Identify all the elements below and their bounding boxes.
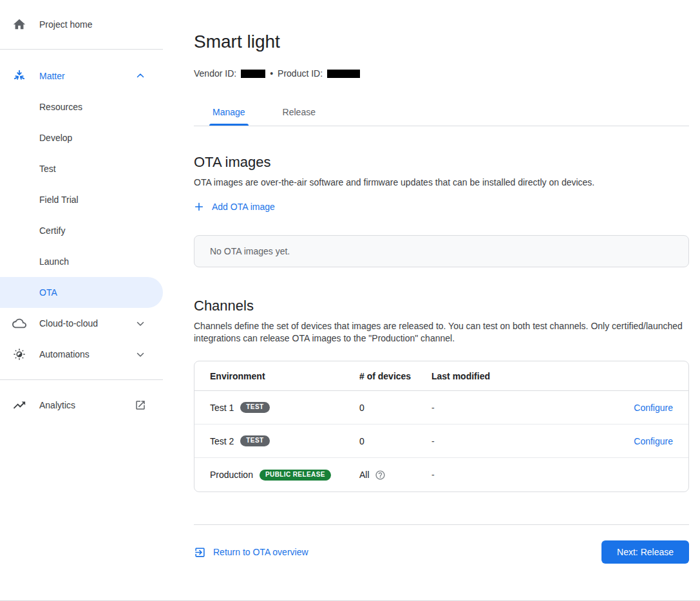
chevron-down-icon[interactable]: [135, 318, 146, 329]
sidebar-item-label: OTA: [39, 287, 57, 298]
sidebar-item-field-trial[interactable]: Field Trial: [0, 184, 163, 215]
channel-name: Test 1: [210, 403, 234, 413]
channels-table: Environment # of devices Last modified T…: [194, 361, 689, 492]
sidebar-item-launch[interactable]: Launch: [0, 246, 163, 277]
sidebar-item-label: Develop: [39, 133, 72, 143]
device-count: 0: [359, 403, 364, 413]
add-ota-image-button[interactable]: Add OTA image: [194, 202, 275, 212]
ota-images-description: OTA images are over-the-air software and…: [194, 176, 689, 189]
status-badge-test: TEST: [240, 435, 269, 446]
cloud-icon: [12, 316, 27, 331]
sidebar-item-automations[interactable]: Automations: [0, 339, 163, 370]
footer: Return to OTA overview Next: Release: [194, 540, 689, 564]
last-modified-value: -: [431, 436, 598, 446]
channel-name: Test 2: [210, 436, 234, 446]
device-count: All: [359, 470, 370, 480]
sidebar-item-label: Launch: [39, 256, 69, 267]
home-icon: [12, 17, 27, 32]
next-release-button[interactable]: Next: Release: [601, 540, 689, 564]
page-title: Smart light: [194, 31, 689, 53]
table-row-production: Production PUBLIC RELEASE All -: [194, 458, 688, 491]
channels-description: Channels define the set of devices that …: [194, 320, 689, 345]
sidebar-item-label: Project home: [39, 19, 146, 30]
help-icon[interactable]: [375, 470, 386, 481]
sidebar-item-label: Resources: [39, 102, 82, 112]
footer-divider: [194, 524, 689, 525]
column-header-devices: # of devices: [359, 371, 431, 381]
sidebar-item-matter[interactable]: Matter: [0, 61, 163, 91]
last-modified-value: -: [431, 403, 598, 413]
table-header-row: Environment # of devices Last modified: [194, 361, 688, 391]
tab-bar: Manage Release: [194, 107, 689, 126]
trending-up-icon: [12, 397, 27, 413]
sidebar-item-test[interactable]: Test: [0, 153, 163, 184]
configure-link[interactable]: Configure: [634, 403, 673, 413]
matter-icon: [12, 68, 27, 84]
chevron-up-icon[interactable]: [135, 70, 146, 82]
status-badge-test: TEST: [240, 402, 269, 413]
vendor-id-label: Vendor ID:: [194, 68, 236, 79]
channels-title: Channels: [194, 297, 689, 315]
product-id-label: Product ID:: [278, 68, 323, 79]
product-meta: Vendor ID: • Product ID:: [194, 68, 689, 79]
column-header-last-modified: Last modified: [431, 371, 598, 381]
sidebar-item-cloud-to-cloud[interactable]: Cloud-to-cloud: [0, 308, 163, 339]
meta-separator: •: [270, 68, 273, 79]
automations-icon: [12, 347, 27, 362]
product-id-redacted: [327, 70, 360, 78]
sidebar-item-ota[interactable]: OTA: [0, 277, 163, 308]
sidebar-divider: [0, 49, 163, 50]
sidebar-item-label: Analytics: [39, 400, 135, 410]
status-badge-public-release: PUBLIC RELEASE: [260, 470, 331, 481]
ota-images-title: OTA images: [194, 153, 689, 171]
chevron-down-icon[interactable]: [135, 348, 146, 360]
sidebar-divider: [0, 379, 163, 380]
table-row-test-2: Test 2 TEST 0 - Configure: [194, 425, 688, 458]
return-to-ota-overview-link[interactable]: Return to OTA overview: [194, 546, 308, 558]
add-ota-image-label: Add OTA image: [212, 202, 275, 212]
column-header-environment: Environment: [194, 371, 359, 381]
plus-icon: [194, 202, 204, 212]
sidebar-item-analytics[interactable]: Analytics: [0, 390, 163, 421]
tab-manage[interactable]: Manage: [209, 107, 249, 126]
return-link-label: Return to OTA overview: [213, 547, 308, 557]
last-modified-value: -: [431, 470, 598, 480]
ota-images-empty-state: No OTA images yet.: [194, 235, 689, 267]
channel-name: Production: [210, 470, 253, 480]
tab-release[interactable]: Release: [279, 107, 319, 126]
sidebar: Project home Matter Resources Develop Te…: [0, 0, 163, 601]
sidebar-item-certify[interactable]: Certify: [0, 215, 163, 246]
sidebar-item-label: Field Trial: [39, 195, 79, 205]
exit-to-app-icon: [194, 546, 206, 558]
sidebar-item-label: Cloud-to-cloud: [39, 318, 135, 329]
sidebar-item-label: Test: [39, 164, 56, 174]
vendor-id-redacted: [241, 70, 265, 78]
main-content: Smart light Vendor ID: • Product ID: Man…: [163, 0, 700, 601]
sidebar-item-label: Matter: [39, 71, 135, 81]
open-in-new-icon: [135, 399, 146, 411]
configure-link[interactable]: Configure: [634, 436, 673, 446]
sidebar-item-resources[interactable]: Resources: [0, 91, 163, 122]
device-count: 0: [359, 436, 364, 446]
app-window: Project home Matter Resources Develop Te…: [0, 0, 700, 601]
sidebar-item-label: Certify: [39, 225, 65, 236]
empty-message: No OTA images yet.: [210, 246, 290, 256]
sidebar-item-develop[interactable]: Develop: [0, 122, 163, 153]
table-row-test-1: Test 1 TEST 0 - Configure: [194, 391, 688, 425]
sidebar-item-label: Automations: [39, 349, 135, 359]
sidebar-item-project-home[interactable]: Project home: [0, 9, 163, 40]
